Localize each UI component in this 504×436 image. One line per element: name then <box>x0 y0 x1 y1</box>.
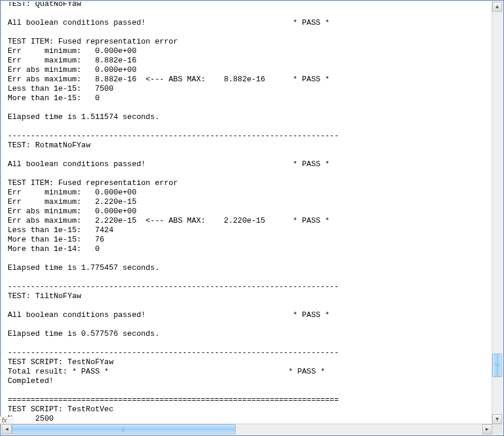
scroll-right-arrow-icon[interactable]: ▶ <box>482 424 492 434</box>
test-title: TEST: QuatNoFYaw <box>8 2 81 8</box>
test-name: QuatNoFYaw <box>35 2 81 8</box>
test-name: RotmatNoFYaw <box>35 141 91 150</box>
console-window: TEST: QuatNoFYaw All boolean conditions … <box>0 0 504 436</box>
test-name: TiltNoFYaw <box>35 292 81 300</box>
row-value: 0.000e+00 <box>95 47 136 55</box>
script-title: TEST SCRIPT: TestNoFYaw <box>8 358 113 366</box>
vertical-scroll-track[interactable] <box>492 12 502 414</box>
row-label: Err abs minimum: <box>8 65 81 74</box>
scroll-up-arrow-icon[interactable]: ▲ <box>492 2 502 12</box>
bool-pass-msg: All boolean conditions passed! <box>8 18 146 27</box>
scroll-down-arrow-icon[interactable]: ▼ <box>492 414 502 424</box>
pass-status: * PASS * <box>293 311 330 319</box>
partial-line: N 2500 <box>8 414 54 423</box>
row-label: Err abs maximum: <box>8 216 81 225</box>
row-label: Err maximum: <box>8 197 81 206</box>
test-item-title: TEST ITEM: Fused representation error <box>8 37 178 46</box>
row-label: Less than 1e-15: <box>8 226 81 234</box>
elapsed-time: Elapsed time is 1.511574 seconds. <box>8 113 159 121</box>
row-label: Err minimum: <box>8 47 81 55</box>
pass-status: * PASS * <box>293 160 330 169</box>
total-result: Total result: * PASS * <box>8 367 109 376</box>
horizontal-scroll-track[interactable] <box>12 424 482 434</box>
abs-max-note: <--- ABS MAX: 2.220e-15 <box>146 216 265 225</box>
abs-max-note: <--- ABS MAX: 8.882e-16 <box>146 75 265 84</box>
row-value: 8.882e-16 <box>95 75 136 84</box>
horizontal-scrollbar[interactable]: ◀ ▶ <box>2 424 492 434</box>
row-label: More than 1e-14: <box>8 245 81 253</box>
vertical-scroll-thumb[interactable] <box>492 354 502 377</box>
elapsed-time: Elapsed time is 1.775457 seconds. <box>8 263 159 272</box>
pass-status: * PASS * <box>293 18 330 27</box>
script-title: TEST SCRIPT: TestRotVec <box>8 405 113 414</box>
pass-status: * PASS * <box>288 367 325 376</box>
row-value: 0 <box>95 245 100 253</box>
row-label: More than 1e-15: <box>8 235 81 244</box>
horizontal-scroll-thumb[interactable] <box>12 424 236 434</box>
pass-status: * PASS * <box>293 75 330 84</box>
row-label: Err minimum: <box>8 188 81 197</box>
row-label: Err maximum: <box>8 56 81 65</box>
row-value: 0.000e+00 <box>95 207 136 216</box>
test-title: TEST: TiltNoFYaw <box>8 292 81 300</box>
row-value: 7500 <box>95 84 113 93</box>
row-value: 2.220e-15 <box>95 216 136 225</box>
row-label: Less than 1e-15: <box>8 84 81 93</box>
row-value: 0.000e+00 <box>95 188 136 197</box>
row-value: 76 <box>95 235 104 244</box>
completed-msg: Completed! <box>8 376 54 385</box>
row-value: 0 <box>95 94 100 103</box>
row-value: 2.220e-15 <box>95 197 136 206</box>
separator: ----------------------------------------… <box>8 282 339 291</box>
row-label: Err abs maximum: <box>8 75 81 84</box>
row-value: 0.000e+00 <box>95 65 136 74</box>
console-content: TEST: QuatNoFYaw All boolean conditions … <box>2 2 492 424</box>
pass-status: * PASS * <box>293 216 330 225</box>
row-label: More than 1e-15: <box>8 94 81 103</box>
scroll-corner <box>492 424 502 434</box>
test-title: TEST: RotmatNoFYaw <box>8 141 90 150</box>
row-label: Err abs minimum: <box>8 207 81 216</box>
separator: ----------------------------------------… <box>8 131 339 140</box>
bool-pass-msg: All boolean conditions passed! <box>8 160 146 169</box>
console-output: TEST: QuatNoFYaw All boolean conditions … <box>2 2 492 424</box>
row-value: 7424 <box>95 226 113 234</box>
test-item-title: TEST ITEM: Fused representation error <box>8 179 178 187</box>
bool-pass-msg: All boolean conditions passed! <box>8 311 146 319</box>
fx-label[interactable]: fx <box>0 417 14 424</box>
separator: ----------------------------------------… <box>8 348 339 357</box>
scroll-left-arrow-icon[interactable]: ◀ <box>2 424 12 434</box>
elapsed-time: Elapsed time is 0.577576 seconds. <box>8 329 159 338</box>
separator-bold: ========================================… <box>8 395 339 404</box>
vertical-scrollbar[interactable]: ▲ ▼ <box>492 2 502 424</box>
row-value: 8.882e-16 <box>95 56 136 65</box>
